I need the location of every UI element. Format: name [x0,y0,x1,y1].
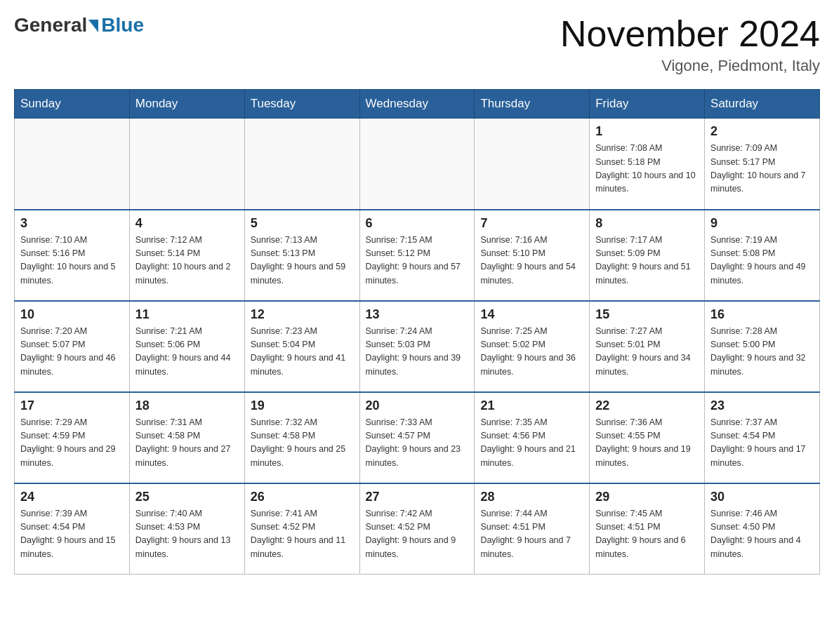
logo-arrow-icon [88,20,98,32]
table-row: 16Sunrise: 7:28 AMSunset: 5:00 PMDayligh… [705,301,820,392]
table-row: 7Sunrise: 7:16 AMSunset: 5:10 PMDaylight… [475,210,590,301]
day-info: Sunrise: 7:12 AMSunset: 5:14 PMDaylight:… [135,234,239,288]
table-row: 5Sunrise: 7:13 AMSunset: 5:13 PMDaylight… [244,210,359,301]
col-thursday: Thursday [475,90,590,119]
table-row: 30Sunrise: 7:46 AMSunset: 4:50 PMDayligh… [705,483,820,575]
table-row: 2Sunrise: 7:09 AMSunset: 5:17 PMDaylight… [705,119,820,210]
title-section: November 2024 Vigone, Piedmont, Italy [560,14,820,75]
day-info: Sunrise: 7:28 AMSunset: 5:00 PMDaylight:… [710,325,814,380]
day-info: Sunrise: 7:19 AMSunset: 5:08 PMDaylight:… [710,234,814,288]
logo-general-text: GeneralBlue [14,14,144,36]
table-row: 8Sunrise: 7:17 AMSunset: 5:09 PMDaylight… [590,210,705,301]
week-row-3: 10Sunrise: 7:20 AMSunset: 5:07 PMDayligh… [15,301,820,392]
week-row-5: 24Sunrise: 7:39 AMSunset: 4:54 PMDayligh… [15,483,820,575]
day-number: 15 [595,307,699,322]
day-number: 28 [480,490,583,504]
logo-general-label: General [14,14,87,36]
table-row: 23Sunrise: 7:37 AMSunset: 4:54 PMDayligh… [705,392,820,483]
page-header: GeneralBlue November 2024 Vigone, Piedmo… [14,14,820,75]
day-info: Sunrise: 7:45 AMSunset: 4:51 PMDaylight:… [595,507,699,562]
day-number: 21 [480,398,583,413]
day-info: Sunrise: 7:09 AMSunset: 5:17 PMDaylight:… [710,142,814,196]
day-info: Sunrise: 7:16 AMSunset: 5:10 PMDaylight:… [480,234,583,288]
col-sunday: Sunday [15,90,130,119]
day-number: 13 [366,307,469,322]
day-number: 18 [135,398,239,413]
day-info: Sunrise: 7:10 AMSunset: 5:16 PMDaylight:… [20,234,124,288]
day-info: Sunrise: 7:35 AMSunset: 4:56 PMDaylight:… [480,416,583,471]
day-info: Sunrise: 7:42 AMSunset: 4:52 PMDaylight:… [366,507,469,562]
day-info: Sunrise: 7:21 AMSunset: 5:06 PMDaylight:… [135,325,239,380]
day-number: 23 [710,398,814,413]
table-row: 27Sunrise: 7:42 AMSunset: 4:52 PMDayligh… [359,483,475,575]
calendar-table: Sunday Monday Tuesday Wednesday Thursday… [14,89,820,575]
logo: GeneralBlue [14,14,144,34]
day-info: Sunrise: 7:33 AMSunset: 4:57 PMDaylight:… [366,416,469,471]
table-row: 3Sunrise: 7:10 AMSunset: 5:16 PMDaylight… [15,210,130,301]
calendar-subtitle: Vigone, Piedmont, Italy [560,57,820,75]
day-number: 24 [20,490,124,504]
day-number: 8 [595,216,699,231]
calendar-title: November 2024 [560,14,820,54]
day-number: 17 [20,398,124,413]
table-row: 18Sunrise: 7:31 AMSunset: 4:58 PMDayligh… [129,392,244,483]
col-wednesday: Wednesday [359,90,475,119]
table-row: 6Sunrise: 7:15 AMSunset: 5:12 PMDaylight… [359,210,475,301]
table-row: 15Sunrise: 7:27 AMSunset: 5:01 PMDayligh… [590,301,705,392]
day-number: 9 [710,216,814,231]
day-number: 11 [135,307,239,322]
day-info: Sunrise: 7:44 AMSunset: 4:51 PMDaylight:… [480,507,583,562]
day-info: Sunrise: 7:29 AMSunset: 4:59 PMDaylight:… [20,416,124,471]
day-info: Sunrise: 7:40 AMSunset: 4:53 PMDaylight:… [135,507,239,562]
day-number: 2 [710,124,814,139]
day-info: Sunrise: 7:15 AMSunset: 5:12 PMDaylight:… [366,234,469,288]
day-number: 5 [251,216,354,231]
day-number: 1 [595,124,699,139]
table-row [244,119,359,210]
day-number: 27 [366,490,469,504]
logo-blue-label: Blue [101,14,144,36]
col-tuesday: Tuesday [244,90,359,119]
table-row: 21Sunrise: 7:35 AMSunset: 4:56 PMDayligh… [475,392,590,483]
table-row: 19Sunrise: 7:32 AMSunset: 4:58 PMDayligh… [244,392,359,483]
day-number: 29 [595,490,699,504]
day-info: Sunrise: 7:39 AMSunset: 4:54 PMDaylight:… [20,507,124,562]
day-number: 26 [251,490,354,504]
day-info: Sunrise: 7:23 AMSunset: 5:04 PMDaylight:… [251,325,354,380]
day-number: 20 [366,398,469,413]
table-row: 25Sunrise: 7:40 AMSunset: 4:53 PMDayligh… [129,483,244,575]
day-info: Sunrise: 7:08 AMSunset: 5:18 PMDaylight:… [595,142,699,196]
table-row: 4Sunrise: 7:12 AMSunset: 5:14 PMDaylight… [129,210,244,301]
day-number: 25 [135,490,239,504]
table-row: 20Sunrise: 7:33 AMSunset: 4:57 PMDayligh… [359,392,475,483]
col-monday: Monday [129,90,244,119]
day-info: Sunrise: 7:25 AMSunset: 5:02 PMDaylight:… [480,325,583,380]
day-number: 30 [710,490,814,504]
table-row: 9Sunrise: 7:19 AMSunset: 5:08 PMDaylight… [705,210,820,301]
week-row-1: 1Sunrise: 7:08 AMSunset: 5:18 PMDaylight… [15,119,820,210]
col-saturday: Saturday [705,90,820,119]
day-info: Sunrise: 7:31 AMSunset: 4:58 PMDaylight:… [135,416,239,471]
day-info: Sunrise: 7:20 AMSunset: 5:07 PMDaylight:… [20,325,124,380]
table-row: 12Sunrise: 7:23 AMSunset: 5:04 PMDayligh… [244,301,359,392]
table-row [359,119,475,210]
week-row-2: 3Sunrise: 7:10 AMSunset: 5:16 PMDaylight… [15,210,820,301]
day-info: Sunrise: 7:32 AMSunset: 4:58 PMDaylight:… [251,416,354,471]
table-row: 13Sunrise: 7:24 AMSunset: 5:03 PMDayligh… [359,301,475,392]
day-number: 7 [480,216,583,231]
day-number: 19 [251,398,354,413]
calendar-header-row: Sunday Monday Tuesday Wednesday Thursday… [15,90,820,119]
table-row: 29Sunrise: 7:45 AMSunset: 4:51 PMDayligh… [590,483,705,575]
day-number: 10 [20,307,124,322]
day-info: Sunrise: 7:46 AMSunset: 4:50 PMDaylight:… [710,507,814,562]
day-info: Sunrise: 7:17 AMSunset: 5:09 PMDaylight:… [595,234,699,288]
day-number: 4 [135,216,239,231]
day-number: 16 [710,307,814,322]
table-row: 1Sunrise: 7:08 AMSunset: 5:18 PMDaylight… [590,119,705,210]
table-row: 28Sunrise: 7:44 AMSunset: 4:51 PMDayligh… [475,483,590,575]
table-row: 17Sunrise: 7:29 AMSunset: 4:59 PMDayligh… [15,392,130,483]
week-row-4: 17Sunrise: 7:29 AMSunset: 4:59 PMDayligh… [15,392,820,483]
day-info: Sunrise: 7:24 AMSunset: 5:03 PMDaylight:… [366,325,469,380]
table-row: 14Sunrise: 7:25 AMSunset: 5:02 PMDayligh… [475,301,590,392]
day-info: Sunrise: 7:13 AMSunset: 5:13 PMDaylight:… [251,234,354,288]
